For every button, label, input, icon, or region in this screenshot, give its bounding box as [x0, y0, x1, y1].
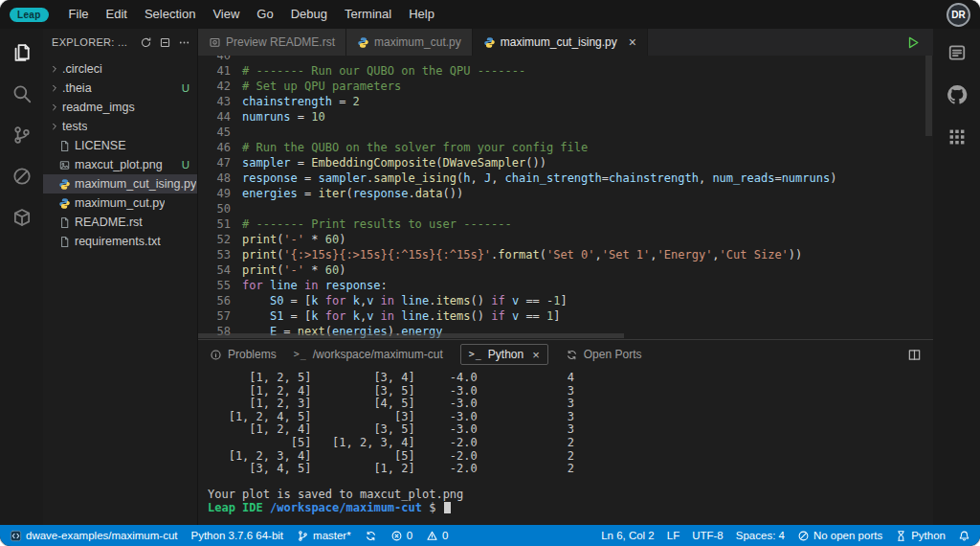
tab-close-icon[interactable]: ×: [629, 35, 636, 49]
status-git-sync[interactable]: [365, 530, 377, 542]
menu-selection[interactable]: Selection: [136, 0, 204, 29]
terminal-icon: >_: [469, 350, 482, 359]
line-number: 40: [198, 56, 231, 63]
activity-outline[interactable]: [945, 40, 969, 65]
status-python-interpreter[interactable]: Python 3.7.6 64-bit: [191, 530, 284, 541]
main-area: EXPLORER: ... .circleci.theiaUreadme_img…: [0, 29, 980, 525]
code-line-42: 42# Set up QPU parameters: [198, 79, 933, 94]
collapse-icon[interactable]: [159, 36, 171, 49]
tree-item-requirements-txt[interactable]: requirements.txt: [43, 232, 197, 251]
menu-terminal[interactable]: Terminal: [336, 0, 400, 29]
terminal-message: Your plot is saved to maxcut_plot.png: [208, 489, 933, 502]
code-text: [231, 56, 242, 63]
tree-item-label: maximum_cut_ising.py: [75, 177, 196, 191]
terminal-row: [1, 2, 4] [3, 5] -3.0 3: [208, 385, 933, 398]
menu-file[interactable]: File: [60, 0, 98, 29]
tab-maximum-cut-ising-py[interactable]: maximum_cut_ising.py×: [473, 29, 648, 56]
activity-explorer[interactable]: [10, 40, 34, 65]
status-label: Ln 6, Col 2: [601, 530, 655, 541]
line-number: 48: [198, 171, 231, 186]
tree-item-label: tests: [62, 120, 87, 133]
tab-label: maximum_cut_ising.py: [501, 35, 617, 49]
code-line-55: 55for line in response:: [198, 278, 933, 293]
status-bar-right: Ln 6, Col 2LFUTF-8Spaces: 4No open ports…: [601, 530, 970, 542]
activity-debug-disabled[interactable]: [10, 164, 34, 189]
activity-source-control[interactable]: [10, 123, 34, 148]
run-button[interactable]: [904, 29, 933, 56]
status-label: master*: [313, 530, 351, 541]
tree-item-license[interactable]: LICENSE: [43, 136, 197, 155]
split-terminal-icon[interactable]: [907, 348, 922, 362]
menu-debug[interactable]: Debug: [282, 0, 336, 29]
menus: FileEditSelectionViewGoDebugTerminalHelp: [60, 0, 443, 29]
tree-item-readme-rst[interactable]: README.rst: [43, 213, 197, 232]
python-icon: [483, 36, 496, 49]
horizontal-scrollbar[interactable]: [198, 333, 624, 338]
tree-item-maxcut-plot-png[interactable]: maxcut_plot.pngU: [43, 155, 197, 174]
panel-tab-python[interactable]: >_Python×: [460, 344, 548, 365]
tree-item-circleci[interactable]: .circleci: [43, 59, 197, 79]
tree-item-label: maximum_cut.py: [75, 196, 165, 210]
vertical-scrollbar[interactable]: [925, 56, 932, 136]
menu-edit[interactable]: Edit: [98, 0, 136, 29]
status-git-branch[interactable]: master*: [297, 530, 351, 542]
code-line-50: 50: [198, 201, 933, 216]
activity-search[interactable]: [10, 81, 34, 106]
more-icon[interactable]: [178, 36, 190, 49]
panel-tab-open-ports[interactable]: Open Ports: [566, 348, 642, 361]
tree-item-maximum-cut-ising-py[interactable]: maximum_cut_ising.py: [43, 174, 197, 193]
status-remote-workspace[interactable]: dwave-examples/maximum-cut: [10, 530, 178, 542]
tab-preview-readme-rst[interactable]: Preview README.rst: [198, 29, 346, 56]
user-avatar[interactable]: DR: [947, 3, 970, 27]
code-text: S0 = [k for k,v in line.items() if v == …: [231, 293, 568, 308]
chevron-icon: [50, 64, 59, 74]
tree-item-label: .circleci: [62, 62, 102, 76]
remote-icon: [10, 530, 22, 542]
leap-logo[interactable]: Leap: [10, 8, 49, 22]
activity-extensions[interactable]: [10, 205, 34, 230]
git-icon: [11, 125, 33, 146]
status-open-ports[interactable]: No open ports: [797, 530, 882, 542]
panel-tab-close-icon[interactable]: ×: [532, 349, 540, 361]
explorer-sidebar: EXPLORER: ... .circleci.theiaUreadme_img…: [43, 29, 198, 525]
panel-tab-workspace-maximum-cut[interactable]: >_/workspace/maximum-cut: [294, 348, 443, 361]
activity-apps-grid[interactable]: [945, 125, 969, 149]
status-cursor-position[interactable]: Ln 6, Col 2: [601, 530, 655, 541]
panel-tab-problems[interactable]: Problems: [210, 348, 277, 361]
menu-go[interactable]: Go: [248, 0, 281, 29]
tree-item-readme-imgs[interactable]: readme_imgs: [43, 98, 197, 117]
terminal-blank-line: [208, 476, 933, 489]
status-indentation[interactable]: Spaces: 4: [736, 530, 785, 541]
status-warnings[interactable]: 0: [426, 530, 448, 542]
tree-item-label: LICENSE: [75, 139, 126, 152]
terminal-row: [3, 4, 5] [1, 2] -2.0 2: [208, 463, 933, 476]
status-notifications[interactable]: [958, 530, 970, 542]
editor-area: Preview README.rstmaximum_cut.pymaximum_…: [198, 29, 933, 525]
terminal-output[interactable]: [1, 2, 5] [3, 4] -4.0 4 [1, 2, 4] [3, 5]…: [198, 369, 933, 525]
activity-github[interactable]: [945, 82, 969, 107]
menu-view[interactable]: View: [204, 0, 248, 29]
code-line-45: 45: [198, 125, 933, 140]
status-label: No open ports: [813, 530, 882, 541]
github-icon: [947, 84, 968, 105]
status-python-language-server[interactable]: Python: [895, 530, 946, 542]
line-number: 47: [198, 155, 231, 171]
code-line-40: 40: [198, 56, 933, 63]
terminal-icon: >_: [294, 350, 307, 359]
tree-item-tests[interactable]: tests: [43, 117, 197, 136]
menu-help[interactable]: Help: [400, 0, 443, 29]
status-errors[interactable]: 0: [390, 530, 412, 542]
refresh-icon[interactable]: [140, 36, 152, 49]
status-encoding[interactable]: UTF-8: [692, 530, 724, 541]
status-eol-sequence[interactable]: LF: [667, 530, 679, 541]
code-text: for line in response:: [231, 278, 388, 293]
tab-maximum-cut-py[interactable]: maximum_cut.py: [346, 29, 473, 56]
tree-item-maximum-cut-py[interactable]: maximum_cut.py: [43, 193, 197, 213]
code-line-44: 44numruns = 10: [198, 109, 933, 125]
code-text: # ------- Run our QUBO on the QPU ------…: [231, 63, 525, 79]
panel-tabs: Problems>_/workspace/maximum-cut>_Python…: [210, 344, 641, 365]
terminal-row: [1, 2, 4] [3, 5] -3.0 3: [208, 423, 933, 437]
tree-item-theia[interactable]: .theiaU: [43, 79, 197, 98]
code-editor[interactable]: 4041# ------- Run our QUBO on the QPU --…: [198, 56, 933, 339]
line-number: 42: [198, 79, 231, 94]
